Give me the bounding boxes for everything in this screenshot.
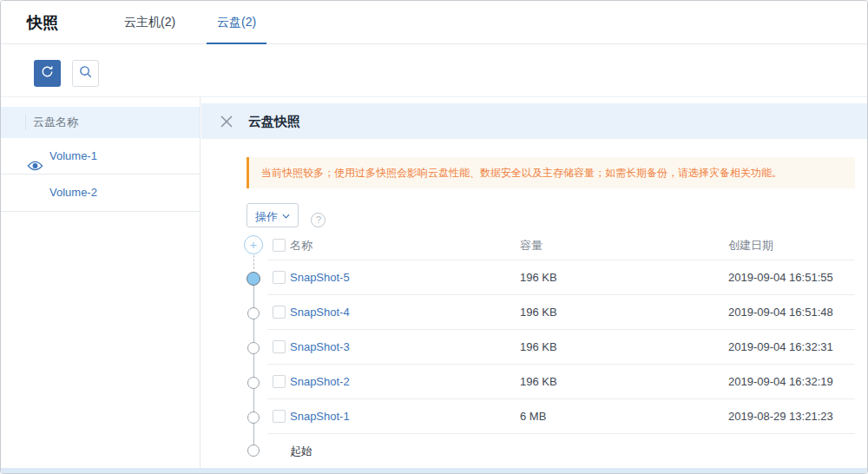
volume-list-header: 云盘名称 (1, 107, 200, 138)
table-row: SnapShot-5 196 KB 2019-09-04 16:51:55 (267, 260, 855, 295)
column-header-date: 创建日期 (728, 231, 773, 260)
table-row-origin: 起始 (267, 434, 855, 469)
refresh-button[interactable] (34, 60, 61, 87)
snapshot-name-link[interactable]: SnapShot-3 (290, 330, 350, 364)
volume-list-header-label: 云盘名称 (33, 115, 78, 128)
snapshot-date: 2019-09-04 16:51:55 (728, 260, 833, 294)
search-button[interactable] (72, 60, 99, 87)
warning-text: 当前快照较多；使用过多快照会影响云盘性能、数据安全以及主存储容量；如需长期备份，… (261, 167, 782, 179)
operation-label: 操作 (255, 210, 278, 223)
row-checkbox[interactable] (273, 375, 286, 388)
chevron-down-icon (282, 204, 290, 227)
table-header-row: 名称 容量 创建日期 (267, 231, 855, 260)
refresh-icon (40, 64, 55, 82)
column-header-name: 名称 (290, 231, 312, 260)
eye-icon (27, 150, 43, 162)
select-all-checkbox[interactable] (273, 239, 286, 252)
panel-title: 云盘快照 (248, 103, 300, 139)
snapshot-size: 196 KB (520, 260, 557, 294)
tab-vm-instances[interactable]: 云主机(2) (114, 1, 186, 44)
app-header: 快照 云主机(2) 云盘(2) (1, 1, 867, 44)
tab-volumes[interactable]: 云盘(2) (207, 1, 266, 44)
table-row: SnapShot-1 6 MB 2019-08-29 13:21:23 (267, 399, 855, 434)
snapshot-name-link[interactable]: SnapShot-2 (290, 365, 350, 398)
snapshot-size: 196 KB (520, 365, 557, 398)
volume-sidebar: 云盘名称 Volume-1 Volume-2 (1, 97, 201, 468)
volume-name: Volume-2 (49, 174, 97, 211)
row-checkbox[interactable] (273, 271, 286, 284)
operation-dropdown-button[interactable]: 操作 (247, 203, 299, 227)
sidebar-item-volume-2[interactable]: Volume-2 (1, 174, 200, 212)
warning-banner: 当前快照较多；使用过多快照会影响云盘性能、数据安全以及主存储容量；如需长期备份，… (247, 157, 855, 188)
snapshot-date: 2019-09-04 16:32:31 (728, 330, 833, 364)
snapshot-size: 196 KB (520, 330, 557, 364)
table-row: SnapShot-2 196 KB 2019-09-04 16:32:19 (267, 365, 855, 399)
help-icon[interactable]: ? (311, 213, 326, 227)
snapshot-name-link[interactable]: SnapShot-4 (290, 295, 350, 329)
origin-label: 起始 (290, 434, 312, 468)
table-row: SnapShot-3 196 KB 2019-09-04 16:32:31 (267, 330, 855, 365)
volume-name: Volume-1 (49, 138, 97, 174)
snapshot-table: 名称 容量 创建日期 SnapShot-5 196 KB 2019-09-04 … (201, 231, 867, 469)
column-header-size: 容量 (520, 231, 542, 260)
close-icon[interactable] (220, 115, 233, 128)
row-checkbox[interactable] (273, 340, 286, 353)
snapshot-size: 6 MB (520, 399, 546, 433)
bottom-strip (1, 468, 867, 473)
sidebar-item-volume-1[interactable]: Volume-1 (1, 138, 200, 174)
row-checkbox[interactable] (273, 410, 286, 423)
snapshot-name-link[interactable]: SnapShot-5 (290, 260, 350, 294)
search-icon (78, 64, 93, 82)
panel-header: 云盘快照 (201, 103, 867, 139)
row-checkbox[interactable] (273, 306, 286, 319)
snapshot-name-link[interactable]: SnapShot-1 (290, 399, 350, 433)
snapshot-size: 196 KB (520, 295, 557, 329)
snapshot-window: 快照 云主机(2) 云盘(2) 云盘名称 (0, 0, 868, 474)
snapshot-panel: 云盘快照 当前快照较多；使用过多快照会影响云盘性能、数据安全以及主存储容量；如需… (201, 97, 867, 468)
actions-bar: 操作 ? (247, 203, 326, 228)
column-divider (25, 115, 26, 130)
snapshot-date: 2019-09-04 16:32:19 (728, 365, 833, 398)
table-row: SnapShot-4 196 KB 2019-09-04 16:51:48 (267, 295, 855, 330)
page-title: 快照 (27, 1, 58, 44)
snapshot-date: 2019-08-29 13:21:23 (728, 399, 833, 433)
snapshot-date: 2019-09-04 16:51:48 (728, 295, 833, 329)
